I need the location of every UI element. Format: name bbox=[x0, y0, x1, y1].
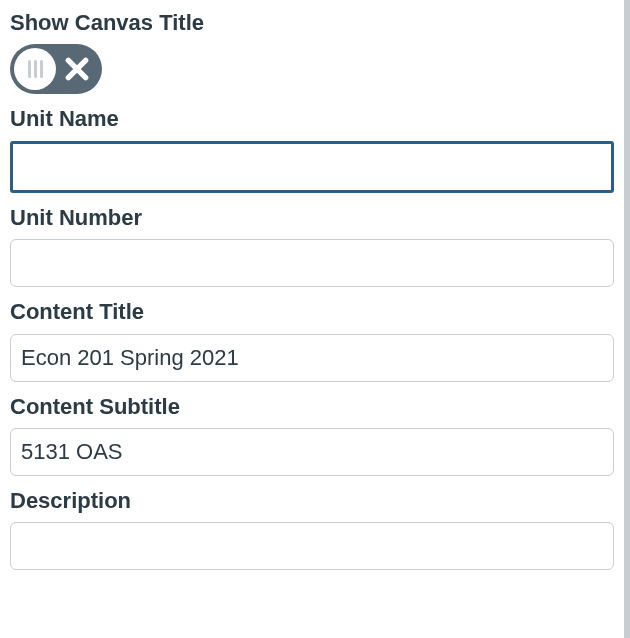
content-title-label: Content Title bbox=[10, 299, 614, 325]
content-subtitle-group: Content Subtitle bbox=[10, 394, 614, 476]
unit-number-label: Unit Number bbox=[10, 205, 614, 231]
description-group: Description bbox=[10, 488, 614, 570]
description-label: Description bbox=[10, 488, 614, 514]
unit-number-input[interactable] bbox=[10, 239, 614, 287]
content-subtitle-input[interactable] bbox=[10, 428, 614, 476]
show-canvas-title-label: Show Canvas Title bbox=[10, 10, 614, 36]
unit-number-group: Unit Number bbox=[10, 205, 614, 287]
content-title-group: Content Title bbox=[10, 299, 614, 381]
content-title-input[interactable] bbox=[10, 334, 614, 382]
form-panel: Show Canvas Title Unit Name Unit Number … bbox=[0, 0, 630, 638]
close-icon bbox=[64, 56, 90, 82]
unit-name-group: Unit Name bbox=[10, 106, 614, 192]
show-canvas-title-group: Show Canvas Title bbox=[10, 10, 614, 94]
content-subtitle-label: Content Subtitle bbox=[10, 394, 614, 420]
toggle-knob bbox=[14, 48, 56, 90]
unit-name-label: Unit Name bbox=[10, 106, 614, 132]
unit-name-input[interactable] bbox=[10, 141, 614, 193]
show-canvas-title-toggle[interactable] bbox=[10, 44, 102, 94]
description-input[interactable] bbox=[10, 522, 614, 570]
